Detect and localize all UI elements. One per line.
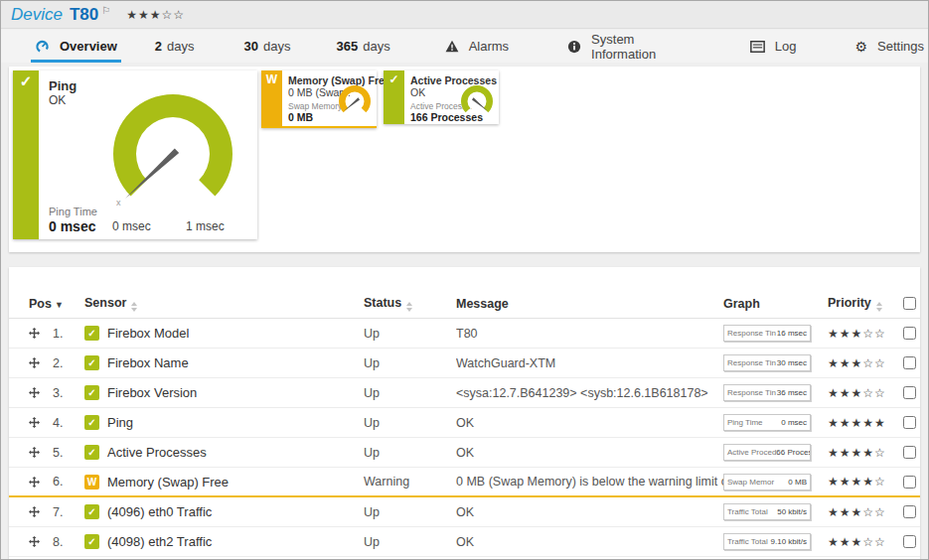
priority-stars[interactable]: ★★★☆☆ bbox=[828, 327, 897, 341]
row-position: 5. bbox=[53, 446, 84, 460]
move-handle-icon[interactable] bbox=[29, 357, 53, 368]
check-icon: ✓ bbox=[20, 72, 33, 239]
column-header-sensor[interactable]: Sensor bbox=[84, 296, 364, 312]
flag-icon[interactable]: ⚐ bbox=[101, 5, 110, 16]
mini-graph-value: 0 MB bbox=[788, 478, 807, 487]
column-header-priority[interactable]: Priority bbox=[828, 296, 897, 312]
column-header-status[interactable]: Status bbox=[364, 296, 456, 312]
row-position: 6. bbox=[53, 475, 84, 489]
priority-stars[interactable]: ★★★☆☆ bbox=[828, 356, 897, 370]
ping-tile-title: Ping bbox=[49, 78, 77, 93]
mini-graph[interactable]: Swap Memor 0 MB bbox=[723, 474, 811, 490]
table-row[interactable]: 6. W Memory (Swap) Free Warning 0 MB (Sw… bbox=[9, 468, 920, 497]
memory-swap-tile[interactable]: W Memory (Swap) Free 0 MB (Swap ... Swap… bbox=[261, 70, 377, 128]
sensor-link[interactable]: (4098) eth2 Traffic bbox=[107, 534, 212, 549]
table-row[interactable]: 8. ✓ (4098) eth2 Traffic Up OK Traffic T… bbox=[9, 527, 920, 557]
move-handle-icon[interactable] bbox=[29, 447, 53, 458]
mini-graph-label: Response Tin bbox=[727, 358, 776, 367]
sensor-state-icon: ✓ bbox=[84, 326, 99, 341]
tab-2-days[interactable]: 2 days bbox=[151, 30, 199, 63]
mini-graph[interactable]: Active Proced 66 Processe bbox=[723, 444, 811, 461]
table-row[interactable]: 2. ✓ Firebox Name Up WatchGuard-XTM Resp… bbox=[9, 349, 920, 378]
mini-graph[interactable]: Ping Time 0 msec bbox=[723, 414, 811, 431]
memory-gauge bbox=[335, 80, 375, 120]
tab-overview[interactable]: Overview bbox=[31, 30, 121, 63]
log-icon bbox=[750, 41, 765, 53]
sensor-link[interactable]: Ping bbox=[107, 415, 133, 430]
sensor-link[interactable]: Active Processes bbox=[107, 445, 207, 460]
mini-graph-value: 66 Processe bbox=[776, 448, 811, 457]
table-row[interactable]: 7. ✓ (4096) eth0 Traffic Up OK Traffic T… bbox=[9, 497, 920, 527]
sensor-message: OK bbox=[456, 416, 723, 430]
gauge-min-tick: x bbox=[116, 198, 121, 208]
column-header-message[interactable]: Message bbox=[456, 297, 723, 311]
device-type-label: Device bbox=[11, 5, 63, 25]
move-handle-icon[interactable] bbox=[29, 328, 53, 339]
move-handle-icon[interactable] bbox=[29, 536, 53, 547]
sensor-link[interactable]: Memory (Swap) Free bbox=[107, 475, 229, 490]
column-header-graph: Graph bbox=[723, 297, 828, 311]
row-position: 4. bbox=[53, 416, 84, 430]
priority-stars[interactable]: ★★★★★ bbox=[828, 416, 897, 430]
move-handle-icon[interactable] bbox=[29, 417, 53, 428]
mini-graph[interactable]: Traffic Total 50 kbit/s bbox=[723, 503, 811, 520]
sensor-link[interactable]: (4096) eth0 Traffic bbox=[107, 504, 212, 519]
move-handle-icon[interactable] bbox=[29, 387, 53, 398]
mini-graph-value: 9.10 kbit/s bbox=[771, 537, 807, 546]
sensor-message: WatchGuard-XTM bbox=[456, 356, 723, 370]
priority-stars[interactable]: ★★★☆☆ bbox=[828, 505, 897, 519]
mini-graph-label: Response Tin bbox=[727, 329, 776, 338]
priority-stars[interactable]: ★★★★☆ bbox=[828, 446, 897, 460]
table-row[interactable]: 1. ✓ Firebox Model Up T80 Response Tin 1… bbox=[9, 319, 920, 349]
gauge-icon bbox=[35, 39, 50, 54]
table-row[interactable]: 3. ✓ Firebox Version Up <sysa:12.7.B6412… bbox=[9, 378, 920, 408]
sensor-link[interactable]: Firebox Version bbox=[107, 385, 197, 400]
device-priority-stars[interactable]: ★★★☆☆ bbox=[126, 8, 185, 22]
row-position: 8. bbox=[53, 535, 84, 549]
mini-graph-label: Traffic Total bbox=[727, 537, 768, 546]
tab-30-days[interactable]: 30 days bbox=[240, 30, 295, 63]
sensor-link[interactable]: Firebox Name bbox=[107, 355, 189, 370]
row-checkbox[interactable] bbox=[903, 327, 916, 340]
row-checkbox[interactable] bbox=[903, 505, 916, 518]
title-bar: Device T80 ⚐ ★★★☆☆ bbox=[1, 1, 928, 29]
mini-graph-label: Response Tin bbox=[727, 388, 776, 397]
column-header-pos[interactable]: Pos▼ bbox=[29, 297, 84, 311]
sensor-status: Warning bbox=[364, 475, 456, 489]
tab-system-information[interactable]: System Information bbox=[563, 30, 694, 63]
priority-stars[interactable]: ★★★☆☆ bbox=[828, 535, 897, 549]
mini-graph[interactable]: Response Tin 30 msec bbox=[723, 354, 811, 371]
table-row[interactable]: 4. ✓ Ping Up OK Ping Time 0 msec ★★★★★ bbox=[9, 408, 920, 438]
priority-stars[interactable]: ★★★★☆ bbox=[828, 475, 897, 489]
gear-icon: ⚙ bbox=[854, 39, 867, 55]
mini-graph-value: 50 kbit/s bbox=[777, 507, 807, 516]
row-position: 7. bbox=[53, 505, 84, 519]
row-position: 1. bbox=[53, 327, 84, 341]
tab-365-days[interactable]: 365 days bbox=[332, 30, 393, 63]
tab-settings[interactable]: ⚙ Settings bbox=[851, 30, 928, 63]
row-checkbox[interactable] bbox=[903, 535, 916, 548]
ping-sensor-tile[interactable]: ✓ Ping OK x 0 msec 1 msec Ping Time 0 ms… bbox=[13, 70, 257, 239]
priority-stars[interactable]: ★★★☆☆ bbox=[828, 386, 897, 400]
select-all-checkbox[interactable] bbox=[903, 297, 916, 310]
mini-graph[interactable]: Response Tin 16 msec bbox=[723, 325, 811, 342]
sensor-link[interactable]: Firebox Model bbox=[107, 326, 189, 341]
row-checkbox[interactable] bbox=[903, 446, 916, 459]
memory-status-bar: W bbox=[261, 70, 282, 126]
move-handle-icon[interactable] bbox=[29, 477, 53, 488]
table-row[interactable]: 5. ✓ Active Processes Up OK Active Proce… bbox=[9, 438, 920, 468]
row-checkbox[interactable] bbox=[903, 386, 916, 399]
tab-log[interactable]: Log bbox=[746, 30, 801, 63]
info-icon bbox=[567, 40, 581, 54]
row-position: 3. bbox=[53, 386, 84, 400]
active-processes-tile[interactable]: ✓ Active Processes OK Active Process... … bbox=[384, 70, 499, 124]
mini-graph[interactable]: Traffic Total 9.10 kbit/s bbox=[723, 533, 811, 550]
row-checkbox[interactable] bbox=[903, 356, 916, 369]
sort-icon bbox=[876, 302, 882, 312]
row-checkbox[interactable] bbox=[903, 476, 916, 489]
move-handle-icon[interactable] bbox=[29, 506, 53, 517]
row-checkbox[interactable] bbox=[903, 416, 916, 429]
sensor-status: Up bbox=[364, 386, 456, 400]
mini-graph[interactable]: Response Tin 36 msec bbox=[723, 384, 811, 401]
tab-alarms[interactable]: Alarms bbox=[441, 30, 513, 63]
